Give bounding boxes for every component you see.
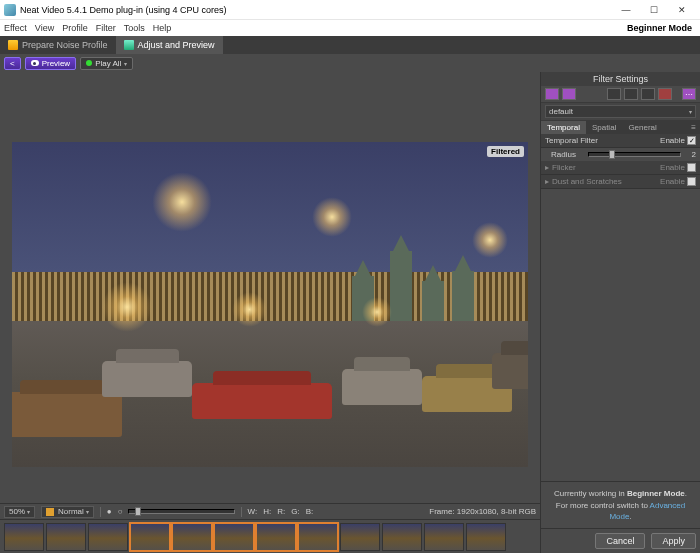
frame-thumb[interactable] (172, 523, 212, 551)
main-tabs: Prepare Noise Profile Adjust and Preview (0, 36, 700, 54)
color-swatch-icon (46, 508, 54, 516)
preset-name: default (549, 107, 573, 116)
r-label: R: (277, 507, 285, 516)
titlebar: Neat Video 5.4.1 Demo plug-in (using 4 C… (0, 0, 700, 20)
dust-enable-checkbox[interactable] (687, 177, 696, 186)
opacity-slider[interactable] (128, 509, 234, 514)
section-label: Temporal Filter (545, 136, 660, 145)
section-label: Flicker (552, 163, 660, 172)
tab-label: Adjust and Preview (138, 40, 215, 50)
blend-combo[interactable]: Normal▾ (41, 506, 94, 518)
app-window: Neat Video 5.4.1 Demo plug-in (using 4 C… (0, 0, 700, 553)
preset-btn-2[interactable] (562, 88, 576, 100)
menu-profile[interactable]: Profile (62, 23, 88, 33)
preset-combo[interactable]: default ▾ (545, 105, 696, 118)
frame-thumb[interactable] (88, 523, 128, 551)
flicker-enable-checkbox[interactable] (687, 163, 696, 172)
preset-buttons-row: ⋯ (541, 86, 700, 103)
chevron-down-icon: ▾ (689, 108, 692, 115)
maximize-button[interactable]: ☐ (640, 1, 668, 19)
frame-thumb[interactable] (382, 523, 422, 551)
minimize-button[interactable]: — (612, 1, 640, 19)
w-label: W: (248, 507, 258, 516)
panel-title: Filter Settings (541, 72, 700, 86)
frame-thumb[interactable] (340, 523, 380, 551)
menubar: Effect View Profile Filter Tools Help Be… (0, 20, 700, 36)
zoom-value: 50% (9, 507, 25, 516)
radius-slider[interactable] (588, 152, 681, 157)
preset-menu-button[interactable]: ⋯ (682, 88, 696, 100)
tab-prepare-noise-profile[interactable]: Prepare Noise Profile (0, 36, 116, 54)
dust-section: ▸ Dust and Scratches Enable (541, 175, 700, 189)
radius-value: 2 (684, 150, 696, 159)
status-bar: 50%▾ Normal▾ ● ○ W: H: R: G: B: Frame: 1… (0, 503, 540, 519)
filter-tabs-menu[interactable]: ≡ (687, 121, 700, 134)
expand-icon[interactable]: ▸ (545, 163, 549, 172)
frame-thumb[interactable] (130, 523, 170, 551)
filter-tabs: Temporal Spatial General ≡ (541, 121, 700, 134)
filtered-badge: Filtered (487, 146, 524, 157)
radius-label: Radius (551, 150, 585, 159)
frame-thumb[interactable] (214, 523, 254, 551)
adjust-icon (124, 40, 134, 50)
tab-temporal[interactable]: Temporal (541, 121, 586, 134)
enable-label: Enable (660, 177, 685, 186)
preset-btn-1[interactable] (545, 88, 559, 100)
tab-general[interactable]: General (622, 121, 662, 134)
menu-help[interactable]: Help (153, 23, 172, 33)
preset-slot-4[interactable] (658, 88, 672, 100)
enable-label: Enable (660, 136, 685, 145)
radius-row: Radius 2 (541, 148, 700, 161)
cancel-button[interactable]: Cancel (595, 533, 645, 549)
preview-image: Filtered (12, 142, 528, 467)
mode-indicator[interactable]: Beginner Mode (627, 23, 696, 33)
dialog-buttons: Cancel Apply (541, 528, 700, 553)
menu-filter[interactable]: Filter (96, 23, 116, 33)
frame-thumb[interactable] (424, 523, 464, 551)
preset-slot-1[interactable] (607, 88, 621, 100)
eye-icon (31, 60, 39, 66)
tab-spatial[interactable]: Spatial (586, 121, 622, 134)
preset-combo-row: default ▾ (541, 103, 700, 121)
back-button[interactable]: < (4, 57, 21, 70)
play-icon (86, 60, 92, 66)
temporal-filter-section: Temporal Filter Enable ✓ (541, 134, 700, 148)
frame-thumb[interactable] (4, 523, 44, 551)
g-label: G: (291, 507, 299, 516)
filter-settings-panel: Filter Settings ⋯ default ▾ Temporal (540, 72, 700, 553)
circle-icon: ○ (118, 507, 123, 516)
app-icon (4, 4, 16, 16)
close-button[interactable]: ✕ (668, 1, 696, 19)
window-title: Neat Video 5.4.1 Demo plug-in (using 4 C… (20, 5, 612, 15)
body: Filtered 50%▾ Normal▾ ● ○ W: H: R: (0, 72, 700, 553)
enable-label: Enable (660, 163, 685, 172)
frame-info: Frame: 1920x1080, 8-bit RGB (429, 507, 536, 516)
preview-button[interactable]: Preview (25, 57, 76, 70)
frame-strip (0, 519, 540, 553)
flicker-section: ▸ Flicker Enable (541, 161, 700, 175)
b-label: B: (306, 507, 314, 516)
tab-adjust-and-preview[interactable]: Adjust and Preview (116, 36, 223, 54)
chevron-down-icon: ▾ (124, 60, 127, 67)
play-all-button[interactable]: Play All ▾ (80, 57, 133, 70)
preview-label: Preview (42, 59, 70, 68)
menu-effect[interactable]: Effect (4, 23, 27, 33)
preset-slot-2[interactable] (624, 88, 638, 100)
viewport[interactable]: Filtered (0, 72, 540, 503)
menu-tools[interactable]: Tools (124, 23, 145, 33)
blend-value: Normal (58, 507, 84, 516)
play-all-label: Play All (95, 59, 121, 68)
apply-button[interactable]: Apply (651, 533, 696, 549)
zoom-combo[interactable]: 50%▾ (4, 506, 35, 518)
mode-footer: Currently working in Beginner Mode. For … (541, 481, 700, 528)
frame-thumb[interactable] (46, 523, 86, 551)
noise-profile-icon (8, 40, 18, 50)
menu-view[interactable]: View (35, 23, 54, 33)
frame-thumb[interactable] (466, 523, 506, 551)
temporal-enable-checkbox[interactable]: ✓ (687, 136, 696, 145)
expand-icon[interactable]: ▸ (545, 177, 549, 186)
frame-thumb[interactable] (256, 523, 296, 551)
frame-thumb[interactable] (298, 523, 338, 551)
preview-toolbar: < Preview Play All ▾ (0, 54, 700, 72)
preset-slot-3[interactable] (641, 88, 655, 100)
